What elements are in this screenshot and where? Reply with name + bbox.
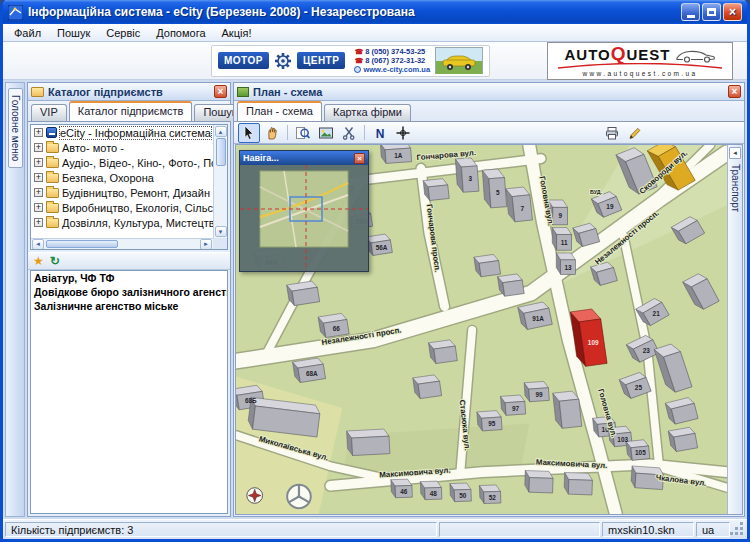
- tree-item[interactable]: +Авто- мото -: [31, 140, 213, 155]
- building-number: 21: [653, 310, 661, 317]
- company-list-item[interactable]: Довідкове бюро залізничного агенства: [31, 285, 227, 299]
- navigator-titlebar[interactable]: Навіга... ×: [240, 151, 368, 165]
- company-list-item[interactable]: Авіатур, ЧФ ТФ: [31, 271, 227, 285]
- motor-site-url: www.e-city.com.ua: [363, 65, 430, 74]
- north-tool-button[interactable]: N: [369, 123, 391, 143]
- scroll-right-arrow[interactable]: ►: [200, 239, 212, 250]
- menu-item-5[interactable]: Акція!: [214, 26, 260, 40]
- company-list-item[interactable]: Залізничне агенство міське: [31, 299, 227, 313]
- select-tool-button[interactable]: [238, 123, 260, 143]
- app-icon: [8, 5, 23, 20]
- expander-icon[interactable]: +: [34, 128, 43, 137]
- map-building: [287, 280, 320, 306]
- autoquest-banner[interactable]: AUTOQUEST www.autoquest.com.ua: [547, 42, 733, 80]
- building-number: 23: [643, 347, 651, 354]
- tree-item[interactable]: +eCity - Інформаційна система: [31, 125, 213, 140]
- autoquest-url: www.autoquest.com.ua: [582, 70, 697, 77]
- catalog-tab-2[interactable]: Каталог підприємств: [69, 101, 193, 121]
- building-number: 68А: [306, 370, 318, 377]
- map-building: [564, 472, 593, 494]
- vertical-scroll-thumb[interactable]: [216, 138, 226, 166]
- cut-tool-button[interactable]: [338, 123, 360, 143]
- motor-contacts: ☎ 8 (050) 374-53-25 ☎ 8 (067) 372-31-32 …: [354, 47, 430, 74]
- tree-item[interactable]: +Дозвілля, Культура, Мистецтво, Релігія: [31, 215, 213, 230]
- zoom-tool-button[interactable]: [292, 123, 314, 143]
- motor-center-banner[interactable]: МОТОР ЦЕНТР ☎ 8 (050) 374-53-25 ☎ 8 (067…: [211, 45, 490, 77]
- building-number: 46: [400, 488, 408, 495]
- scroll-down-arrow[interactable]: ▼: [215, 226, 227, 237]
- menu-item-3[interactable]: Сервіс: [98, 26, 148, 40]
- favorites-icon[interactable]: ★: [33, 255, 44, 267]
- building-number: 13: [565, 264, 573, 271]
- main-menu-tab[interactable]: Головне меню: [8, 88, 23, 168]
- resize-grip[interactable]: [732, 522, 745, 537]
- globe-icon: [354, 66, 361, 73]
- building-number: 52: [489, 494, 497, 501]
- menu-item-4[interactable]: Допомога: [148, 26, 213, 40]
- transport-tab[interactable]: Транспорт: [730, 164, 741, 212]
- building-number: 1А: [394, 152, 403, 159]
- edit-tool-button[interactable]: [624, 123, 646, 143]
- tree-item[interactable]: +Виробництво, Екологія, Сільське господа…: [31, 200, 213, 215]
- catalog-tab-1[interactable]: VIP: [31, 104, 67, 121]
- phone-icon: ☎: [354, 57, 363, 64]
- catalog-panel: Каталог підприємств × VIPКаталог підприє…: [27, 82, 231, 517]
- compass-icon: [247, 488, 263, 504]
- building-number: 5: [496, 189, 500, 196]
- status-spacer: [439, 522, 600, 537]
- close-button[interactable]: ×: [723, 3, 742, 21]
- map-tab-1[interactable]: План - схема: [237, 101, 322, 121]
- titlebar[interactable]: Інформаційна система - eCity (Березень 2…: [3, 0, 747, 24]
- scroll-up-arrow[interactable]: ▲: [215, 126, 227, 137]
- catalog-panel-title: Каталог підприємств: [48, 86, 210, 98]
- building-number: 19: [606, 203, 614, 210]
- map-panel: План - схема × План - схемаКартка фірми …: [233, 82, 745, 517]
- tree-item-label: eCity - Інформаційна система: [60, 127, 211, 139]
- navigator-minimap[interactable]: [240, 165, 368, 271]
- phone-icon: ☎: [354, 48, 363, 55]
- refresh-icon[interactable]: ↻: [50, 255, 60, 267]
- expander-icon[interactable]: +: [34, 158, 43, 167]
- maximize-button[interactable]: [702, 3, 721, 21]
- expander-icon[interactable]: +: [34, 143, 43, 152]
- navigator-window[interactable]: Навіга... ×: [239, 150, 369, 272]
- map-building: [525, 471, 554, 493]
- tree-vertical-scrollbar[interactable]: ▲ ▼: [213, 125, 227, 238]
- menu-item-1[interactable]: Файл: [6, 26, 49, 40]
- folder-icon: [46, 203, 59, 213]
- tree-item[interactable]: +Безпека, Охорона: [31, 170, 213, 185]
- tree-horizontal-scrollbar[interactable]: ◄ ►: [31, 238, 213, 249]
- tree-item[interactable]: +Аудіо-, Відео-, Кіно-, Фото-, Побутова …: [31, 155, 213, 170]
- navigator-close-button[interactable]: ×: [354, 153, 365, 164]
- menu-item-2[interactable]: Пошук: [49, 26, 98, 40]
- expander-icon[interactable]: +: [34, 173, 43, 182]
- catalog-close-button[interactable]: ×: [214, 85, 227, 98]
- horizontal-scroll-thumb[interactable]: [46, 240, 118, 248]
- mercedes-logo: [287, 485, 311, 508]
- catalog-panel-header: Каталог підприємств ×: [28, 83, 230, 101]
- catalog-toolbar: ★ ↻: [28, 252, 230, 270]
- tree-item[interactable]: +Будівництво, Ремонт, Дизайн: [31, 185, 213, 200]
- building-number: 66: [333, 325, 341, 332]
- motor-logo-word2: ЦЕНТР: [297, 52, 345, 69]
- building-number: 56А: [376, 244, 388, 251]
- building-number: 99: [536, 391, 544, 398]
- motor-phone-2: 8 (067) 372-31-32: [365, 56, 425, 65]
- map-area[interactable]: 1А35756Б56А64А6668А68Б911131991А10921232…: [235, 144, 743, 515]
- expander-icon[interactable]: +: [34, 188, 43, 197]
- map-close-button[interactable]: ×: [728, 85, 741, 98]
- minimize-button[interactable]: [681, 3, 700, 21]
- map-tab-2[interactable]: Картка фірми: [324, 104, 411, 121]
- tree-item-label: Будівництво, Ремонт, Дизайн: [62, 187, 210, 199]
- center-tool-button[interactable]: [392, 123, 414, 143]
- menubar: ФайлПошукСервісДопомогаАкція!: [3, 24, 747, 42]
- tree-item-label: Аудіо-, Відео-, Кіно-, Фото-, Побутова т…: [62, 157, 228, 169]
- collapse-arrow-button[interactable]: ◄: [729, 147, 741, 159]
- expander-icon[interactable]: +: [34, 203, 43, 212]
- pan-tool-button[interactable]: [261, 123, 283, 143]
- scroll-left-arrow[interactable]: ◄: [32, 239, 44, 250]
- red-swoosh: [556, 63, 724, 69]
- photo-tool-button[interactable]: [315, 123, 337, 143]
- print-tool-button[interactable]: [601, 123, 623, 143]
- expander-icon[interactable]: +: [34, 218, 43, 227]
